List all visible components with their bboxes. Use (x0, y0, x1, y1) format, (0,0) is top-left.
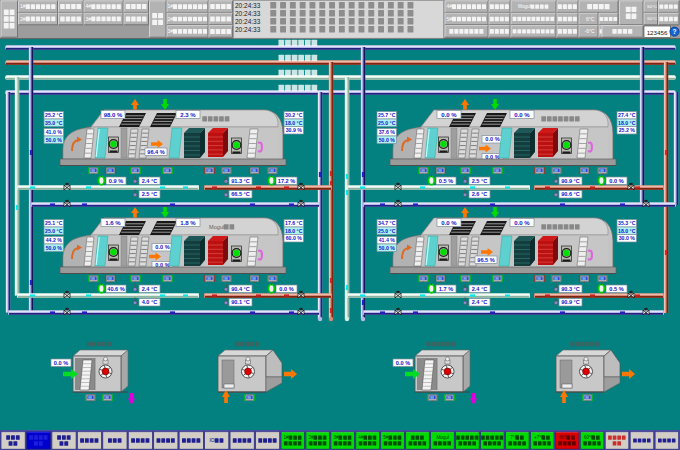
svg-text:20:24:33: 20:24:33 (235, 10, 261, 17)
svg-text:5#: 5# (383, 435, 389, 440)
svg-text:18.0 °C: 18.0 °C (285, 120, 303, 126)
svg-text:88: 88 (537, 169, 541, 173)
svg-text:0.0 %: 0.0 % (609, 178, 623, 184)
svg-text:0.5 %: 0.5 % (439, 178, 453, 184)
svg-text:88: 88 (224, 169, 228, 173)
svg-text:88: 88 (108, 169, 112, 173)
svg-text:96.4 %: 96.4 % (147, 149, 164, 155)
svg-text:0.0 %: 0.0 % (54, 360, 68, 366)
svg-text:88: 88 (495, 277, 499, 281)
svg-text:18.0 °C: 18.0 °C (618, 120, 636, 126)
svg-text:88: 88 (421, 277, 425, 281)
svg-text:88: 88 (165, 169, 169, 173)
svg-text:4#: 4# (446, 3, 452, 9)
svg-text:0.0 %: 0.0 % (396, 360, 410, 366)
svg-text:123456: 123456 (647, 29, 668, 36)
svg-text:60.0 %: 60.0 % (286, 235, 303, 241)
svg-text:25.0 °C: 25.0 °C (378, 228, 396, 234)
svg-text:25.7 °C: 25.7 °C (378, 112, 396, 118)
svg-text:2#: 2# (20, 16, 26, 22)
svg-text:2.4 °C: 2.4 °C (142, 178, 158, 184)
svg-text:41.0 %: 41.0 % (46, 129, 63, 135)
svg-text:30.9 %: 30.9 % (286, 127, 303, 133)
svg-text:0.0 %: 0.0 % (441, 112, 457, 118)
svg-text:IO: IO (209, 438, 214, 443)
svg-text:25.2 °C: 25.2 °C (45, 112, 63, 118)
svg-text:88: 88 (463, 169, 467, 173)
svg-text:60°C: 60°C (647, 4, 657, 9)
svg-text:41.4 %: 41.4 % (379, 237, 396, 243)
svg-text:40.6 %: 40.6 % (107, 286, 124, 292)
svg-text:37.6 %: 37.6 % (379, 129, 396, 135)
svg-text:0.5 %: 0.5 % (609, 286, 623, 292)
svg-text:5#: 5# (446, 16, 452, 22)
svg-text:90.9 °C: 90.9 °C (561, 299, 580, 305)
svg-text:88: 88 (495, 169, 499, 173)
svg-text:3#: 3# (167, 28, 173, 34)
svg-text:30.0 %: 30.0 % (619, 235, 636, 241)
svg-text:Mogul: Mogul (518, 4, 531, 9)
svg-text:3#: 3# (86, 16, 92, 22)
svg-text:-6°C: -6°C (585, 28, 595, 34)
svg-text:88: 88 (430, 396, 434, 400)
svg-text:50.0 %: 50.0 % (379, 137, 396, 143)
svg-text:6°C: 6°C (586, 16, 595, 22)
svg-text:1#: 1# (20, 3, 26, 9)
svg-text:88: 88 (438, 277, 442, 281)
svg-text:2.4 °C: 2.4 °C (472, 286, 488, 292)
svg-text:50.0 %: 50.0 % (46, 137, 63, 143)
svg-text:2.5 °C: 2.5 °C (472, 178, 488, 184)
svg-text:88: 88 (554, 169, 558, 173)
svg-text:88: 88 (582, 169, 586, 173)
svg-text:88: 88 (133, 277, 137, 281)
svg-text:17.2 %: 17.2 % (278, 178, 295, 184)
svg-text:25.0 °C: 25.0 °C (45, 228, 63, 234)
svg-text:88: 88 (270, 169, 274, 173)
svg-text:0.0 %: 0.0 % (155, 244, 169, 250)
svg-text:88: 88 (88, 396, 92, 400)
svg-text:17.6 °C: 17.6 °C (285, 220, 303, 226)
svg-text:3#: 3# (333, 435, 339, 440)
svg-text:1.6 %: 1.6 % (105, 220, 121, 226)
svg-text:88: 88 (600, 169, 604, 173)
svg-text:88: 88 (447, 396, 451, 400)
svg-text:30.2 °C: 30.2 °C (285, 112, 303, 118)
svg-text:88: 88 (91, 277, 95, 281)
svg-text:88: 88 (438, 169, 442, 173)
svg-text:88: 88 (270, 277, 274, 281)
svg-text:91.3 °C: 91.3 °C (231, 178, 250, 184)
svg-text:25.2 %: 25.2 % (619, 127, 636, 133)
svg-text:88: 88 (537, 277, 541, 281)
svg-text:88: 88 (133, 169, 137, 173)
svg-text:0.9 %: 0.9 % (109, 178, 123, 184)
svg-text:88: 88 (463, 277, 467, 281)
svg-text:1#: 1# (167, 3, 173, 9)
svg-text:88: 88 (585, 396, 589, 400)
svg-text:20:24:33: 20:24:33 (235, 26, 261, 33)
svg-text:60°C: 60°C (647, 16, 657, 21)
svg-text:4#: 4# (358, 435, 364, 440)
svg-text:18.0 °C: 18.0 °C (285, 228, 303, 234)
svg-text:90.4 °C: 90.4 °C (231, 286, 250, 292)
svg-text:25.1 °C: 25.1 °C (45, 220, 63, 226)
svg-text:88: 88 (108, 277, 112, 281)
svg-text:35.0 °C: 35.0 °C (45, 120, 63, 126)
svg-text:0.0 %: 0.0 % (485, 136, 499, 142)
svg-text:88: 88 (582, 277, 586, 281)
svg-text:50.0 %: 50.0 % (46, 245, 63, 251)
svg-text:34.7 °C: 34.7 °C (378, 220, 396, 226)
svg-text:88: 88 (421, 169, 425, 173)
svg-text:2.3 %: 2.3 % (180, 112, 196, 118)
svg-text:2.6 °C: 2.6 °C (472, 191, 488, 197)
svg-text:Mogul: Mogul (209, 224, 224, 230)
svg-text:35.3 °C: 35.3 °C (618, 220, 636, 226)
svg-text:88: 88 (207, 277, 211, 281)
svg-text:27.4 °C: 27.4 °C (618, 112, 636, 118)
svg-text:0.0 %: 0.0 % (279, 286, 293, 292)
svg-text:88: 88 (252, 169, 256, 173)
svg-text:96.5 %: 96.5 % (477, 257, 494, 263)
svg-text:25.0 °C: 25.0 °C (378, 120, 396, 126)
svg-text:2.4 °C: 2.4 °C (472, 299, 488, 305)
svg-text:88: 88 (554, 277, 558, 281)
svg-text:0.0 %: 0.0 % (441, 220, 457, 226)
